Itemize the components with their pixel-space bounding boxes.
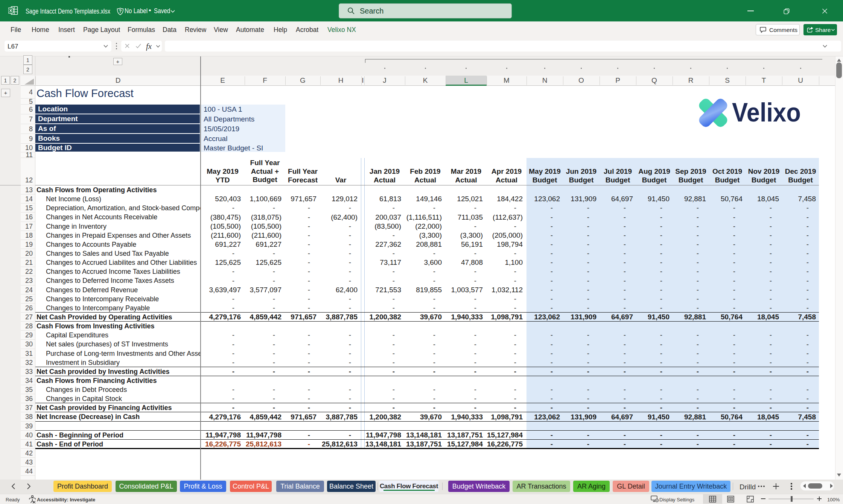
svg-text:?: ? bbox=[119, 9, 122, 14]
svg-text:Velixo: Velixo bbox=[732, 98, 801, 127]
